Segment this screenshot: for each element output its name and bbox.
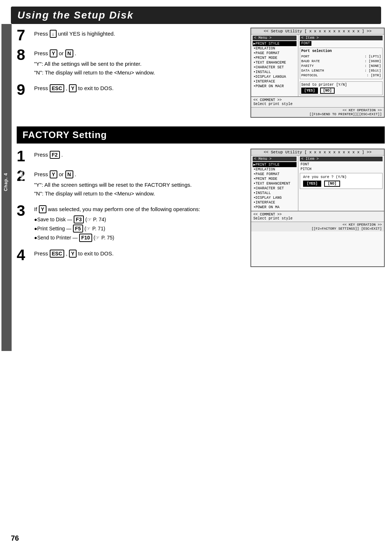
menu-item-install: •INSTALL [253,70,297,74]
step-7-key: ↓ [50,30,57,38]
screen-right-factory: < Item > FONT PITCH Are you sure ? (Y/N)… [298,156,384,211]
port-value-2: : [9600] [364,59,381,63]
step-8-text2: . [75,50,76,56]
key-f5: F5 [73,225,83,233]
factory-step-3-bullets: ●Save to Disk — F3 (☞ P. 74) ●Print Sett… [34,215,200,242]
menu-item-emulation: •EMULATION [253,46,297,51]
factory-step-4-key-y: Y [69,250,77,258]
factory-step-2-note-n: "N": The display will return to the <Men… [34,190,192,198]
menu-item-char-set: •CHARACTER SET [253,65,297,70]
port-value-3: : [NONE] [364,64,381,68]
comment-header-top: << COMMENT >> [253,98,282,102]
step-9-text: Press [34,85,48,91]
step-9-key-y: Y [69,84,77,92]
screen-title-top: << Setup Utility [ x x x x x x x x x x x… [251,28,384,35]
factory-step-3-num: 3 [17,203,30,218]
step-9-key-esc: ESC [50,84,65,92]
comment-header-factory: << COMMENT >> [253,213,282,217]
top-section: 7 Press ↓ until YES is highlighted. 8 Pr… [17,28,385,118]
menu-item-page-format: •PAGE FORMAT [253,51,297,56]
step-8-key-y: Y [50,49,57,57]
mode-label: Function Mode [19,164,24,200]
fmenu-item-display: •DISPLAY LANG [253,195,297,200]
port-row-4: DATA LENGTH : [8bit] [301,68,381,73]
factory-step-4-key-esc: ESC [50,250,65,258]
side-label: Chap. 4 Function Mode [1,24,12,351]
step-8-content: Press Y or N . "Y": All the settings wil… [34,47,155,78]
port-label-5: PROTOCOL [301,73,318,77]
fmenu-item-text-enhance: •TEXT ENHANCEMENT [253,181,297,186]
menu-header-factory: < Menu > [253,157,297,161]
comment-text-top: Select print style [253,102,382,106]
send-label: Send to printer [Y/N] [301,83,381,87]
fmenu-item-power: •POWER ON MA [253,205,297,210]
factory-step-1-text: Press [34,152,48,158]
menu-item-power: •POWER ON MACR [253,84,297,89]
item-header-top: < Item > [300,36,383,40]
step-8-text: Press [34,50,48,56]
factory-step-2-or: or [59,171,64,177]
factory-step-3-key-y: Y [39,205,46,213]
fmenu-item-print-mode: •PRINT MODE [253,177,297,181]
screen-title-factory: << Setup Utility [ x x x x x x x x x x x… [251,149,384,156]
comment-text-factory: Select print style [253,217,382,221]
send-row: Send to printer [Y/N] [YES] [NO] [300,81,383,95]
font-item-pitch: PITCH [300,167,383,171]
keyop-text-factory: [[F2=FACTORY SETTINGS]] [ESC=EXIT] [253,227,382,231]
confirm-btns: [YES] [NO] [303,181,379,187]
step-8-note-n: "N": The display will return to the <Men… [34,69,155,77]
bullet-2: ●Print Setting — F5 (☞ P. 71) [34,225,200,233]
page-title: Using the Setup Disk [17,9,134,21]
step-7: 7 Press ↓ until YES is highlighted. [17,28,247,43]
factory-step-4-text: Press [34,250,48,257]
menu-header-top: < Menu > [253,36,297,40]
screen-body-top: < Menu > ▶PRINT STYLE •EMULATION •PAGE F… [251,35,384,96]
factory-step-1-text2: . [61,152,63,158]
factory-step-4: 4 Press ESC , Y to exit to DOS. [17,247,247,263]
confirm-text: Are you sure ? (Y/N) [303,175,379,179]
port-value-1: : [LPT1] [364,55,381,58]
menu-item-print-style: ▶PRINT STYLE [253,41,297,46]
page-header: Using the Setup Disk [11,7,381,24]
item-active-top: FONT [300,41,311,46]
screen-body-factory: < Menu > ▶PRINT STYLE •EMULATION •PAGE F… [251,156,384,211]
screen-diagram-top: << Setup Utility [ x x x x x x x x x x x… [250,28,385,118]
factory-steps-area: 1 Press F2 . 2 Press Y or [17,149,385,267]
step-8-note-y: "Y": All the settings will be sent to th… [34,60,155,68]
step-8-num: 8 [17,47,30,62]
port-label-1: PORT [301,55,310,58]
screen-menu-top: < Menu > ▶PRINT STYLE •EMULATION •PAGE F… [251,35,298,96]
menu-item-display: •DISPLAY LANGUA [253,74,297,79]
menu-item-print-mode: •PRINT MODE [253,56,297,60]
port-title: Port selection [301,49,381,53]
port-value-4: : [8bit] [364,69,381,73]
key-f3: F3 [74,215,84,223]
screen-keyop-top: << KEY OPERATION >> [[F10=SEND TO PRINTE… [251,107,384,117]
factory-step-3: 3 If Y was selected, you may perform one… [17,203,247,243]
screen-diagram-factory: << Setup Utility [ x x x x x x x x x x x… [250,149,385,267]
port-value-5: : [DTR] [367,73,381,77]
factory-section: FACTORY Setting 1 Press F2 . [17,126,385,267]
send-btns: [YES] [NO] [301,88,381,94]
factory-step-3-text-start: If [34,206,37,212]
step-9-num: 9 [17,82,30,97]
factory-step-1: 1 Press F2 . [17,149,247,164]
font-item-font: FONT [300,162,383,167]
confirm-box: Are you sure ? (Y/N) [YES] [NO] [300,173,383,189]
step-9: 9 Press ESC , Y to exit to DOS. [17,82,247,97]
port-row-1: PORT : [LPT1] [301,54,381,59]
send-btn-yes: [YES] [301,88,318,94]
keyop-text-top: [[F10=SEND TO PRINTER]][[ESC=EXIT]] [253,112,382,116]
port-row-2: BAUD RATE : [9600] [301,59,381,64]
key-f10: F10 [79,234,92,242]
step-8-or: or [59,50,64,56]
factory-step-4-num: 4 [17,247,30,263]
port-label-4: DATA LENGTH [301,69,324,73]
page-number: 76 [11,534,19,542]
fmenu-item-char-set: •CHARACTER SET [253,186,297,191]
screen-right-top: < Item > FONT Port selection PORT : [LPT… [298,35,384,96]
factory-step-4-content: Press ESC , Y to exit to DOS. [34,247,114,258]
factory-step-1-num: 1 [17,149,30,164]
port-section: Port selection PORT : [LPT1] BAUD RATE :… [300,48,383,79]
factory-step-1-key: F2 [50,151,60,159]
